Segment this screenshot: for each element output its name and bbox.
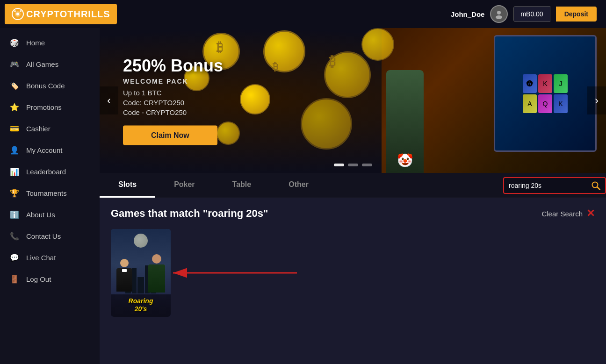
card-char-female	[145, 254, 168, 301]
sidebar-icon-bonus-code: 🏷️	[9, 80, 20, 91]
red-arrow-annotation	[166, 266, 297, 280]
header-right: John_Doe mB0.00 Deposit	[451, 5, 597, 23]
avatar[interactable]	[490, 5, 508, 23]
banner-subtitle: WELCOME PACK	[123, 78, 223, 85]
sidebar-icon-promotions: ⭐	[9, 102, 20, 112]
sidebar-icon-log-out: 🚪	[9, 274, 20, 284]
sidebar-label-all-games: All Games	[26, 60, 58, 68]
sidebar-item-contact-us[interactable]: 📞 Contact Us	[0, 225, 100, 247]
games-match-suffix: "	[263, 207, 268, 219]
games-match-query: roaring 20s	[208, 207, 263, 219]
sidebar-item-live-chat[interactable]: 💬 Live Chat	[0, 247, 100, 268]
sidebar-label-about-us: About Us	[26, 211, 55, 219]
svg-point-5	[497, 11, 501, 14]
card-title-area: Roaring 20's	[111, 294, 171, 317]
content-area: ₿ ₿ ₿ 🅐 K J A Q K	[100, 28, 606, 364]
claim-button[interactable]: Claim Now	[123, 126, 217, 145]
sidebar-item-promotions[interactable]: ⭐ Promotions	[0, 96, 100, 118]
sidebar-item-tournaments[interactable]: 🏆 Tournaments	[0, 182, 100, 204]
sidebar-item-home[interactable]: 🎲 Home	[0, 32, 100, 53]
games-match-title: Games that match "roaring 20s"	[111, 207, 268, 220]
clear-search-button[interactable]: Clear Search ✕	[541, 207, 595, 220]
tab-table[interactable]: Table	[214, 173, 270, 198]
sidebar-label-cashier: Cashier	[26, 125, 50, 133]
games-header: Games that match "roaring 20s" Clear Sea…	[111, 207, 595, 220]
banner-dot-2[interactable]	[348, 164, 358, 166]
tab-poker[interactable]: Poker	[155, 173, 213, 198]
game-tabs: Slots Poker Table Other	[100, 173, 606, 198]
svg-point-3	[14, 10, 16, 12]
search-button[interactable]	[591, 181, 600, 190]
sidebar-label-log-out: Log Out	[26, 275, 51, 283]
sidebar-item-leaderboard[interactable]: 📊 Leaderboard	[0, 161, 100, 182]
banner-dot-1[interactable]	[334, 164, 344, 166]
sidebar-icon-cashier: 💳	[9, 123, 20, 134]
sidebar-icon-leaderboard: 📊	[9, 166, 20, 177]
clear-search-label: Clear Search	[541, 210, 583, 218]
deposit-button[interactable]: Deposit	[556, 7, 597, 21]
games-match-prefix: Games that match "	[111, 207, 208, 219]
svg-point-6	[496, 15, 502, 19]
search-input[interactable]	[509, 182, 591, 189]
tab-other[interactable]: Other	[270, 173, 327, 198]
card-title-line2: 20's	[113, 305, 169, 313]
game-card-roaring20s[interactable]: Roaring 20's	[111, 229, 171, 317]
banner-next-button[interactable]: ›	[587, 86, 606, 114]
sidebar-icon-contact-us: 📞	[9, 231, 20, 241]
svg-line-8	[598, 187, 600, 190]
card-title-line1: Roaring	[113, 297, 169, 305]
sidebar-label-bonus-code: Bonus Code	[26, 82, 65, 90]
banner-title: 250% Bonus	[123, 56, 223, 76]
main-layout: 🎲 Home 🎮 All Games 🏷️ Bonus Code ⭐ Promo…	[0, 28, 606, 364]
games-section: Games that match "roaring 20s" Clear Sea…	[100, 198, 606, 364]
sidebar-label-promotions: Promotions	[26, 103, 62, 111]
logo[interactable]: CRYPTOTHRILLS	[5, 4, 117, 24]
sidebar-item-cashier[interactable]: 💳 Cashier	[0, 118, 100, 139]
sidebar-item-about-us[interactable]: ℹ️ About Us	[0, 204, 100, 225]
sidebar-label-tournaments: Tournaments	[26, 189, 67, 197]
sidebar-item-all-games[interactable]: 🎮 All Games	[0, 53, 100, 75]
sidebar-label-leaderboard: Leaderboard	[26, 168, 66, 176]
card-moon	[134, 234, 148, 248]
banner-dot-3[interactable]	[362, 164, 372, 166]
logo-text: CRYPTOTHRILLS	[26, 9, 110, 20]
svg-point-4	[20, 10, 22, 12]
banner-prev-button[interactable]: ‹	[100, 86, 118, 114]
sidebar-label-my-account: My Account	[26, 146, 63, 154]
sidebar-icon-my-account: 👤	[9, 145, 20, 155]
banner-code2: Code - CRYPTO250	[123, 108, 223, 116]
game-card-inner: Roaring 20's	[111, 229, 171, 317]
banner-detail1: Up to 1 BTC	[123, 89, 223, 97]
sidebar-label-home: Home	[26, 39, 45, 47]
arrow-svg	[166, 266, 297, 280]
sidebar-item-my-account[interactable]: 👤 My Account	[0, 139, 100, 161]
sidebar-icon-tournaments: 🏆	[9, 188, 20, 198]
games-list: Roaring 20's	[111, 229, 171, 317]
svg-point-2	[16, 13, 19, 15]
banner-code1: Code: CRYPTO250	[123, 99, 223, 107]
tab-slots[interactable]: Slots	[100, 173, 155, 198]
sidebar-item-bonus-code[interactable]: 🏷️ Bonus Code	[0, 75, 100, 96]
header: CRYPTOTHRILLS John_Doe mB0.00 Deposit	[0, 0, 606, 28]
sidebar-icon-about-us: ℹ️	[9, 209, 20, 220]
games-list-row: Roaring 20's	[111, 229, 595, 317]
banner: ₿ ₿ ₿ 🅐 K J A Q K	[100, 28, 606, 173]
sidebar-label-contact-us: Contact Us	[26, 232, 61, 240]
sidebar-item-log-out[interactable]: 🚪 Log Out	[0, 268, 100, 290]
sidebar-icon-all-games: 🎮	[9, 59, 20, 69]
banner-dots	[334, 164, 372, 166]
banner-content: 250% Bonus WELCOME PACK Up to 1 BTC Code…	[123, 56, 223, 145]
sidebar-icon-home: 🎲	[9, 37, 20, 48]
sidebar-icon-live-chat: 💬	[9, 252, 20, 263]
search-box	[503, 177, 606, 194]
close-icon: ✕	[586, 207, 595, 220]
balance-button[interactable]: mB0.00	[513, 6, 550, 22]
sidebar-label-live-chat: Live Chat	[26, 254, 56, 262]
username-label: John_Doe	[451, 10, 485, 18]
sidebar: 🎲 Home 🎮 All Games 🏷️ Bonus Code ⭐ Promo…	[0, 28, 100, 364]
